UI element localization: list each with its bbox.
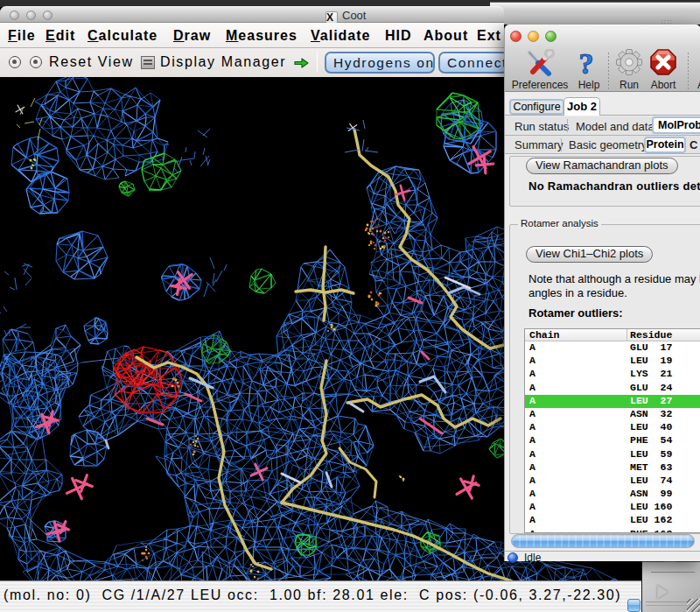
svg-text:?: ? xyxy=(579,49,594,79)
